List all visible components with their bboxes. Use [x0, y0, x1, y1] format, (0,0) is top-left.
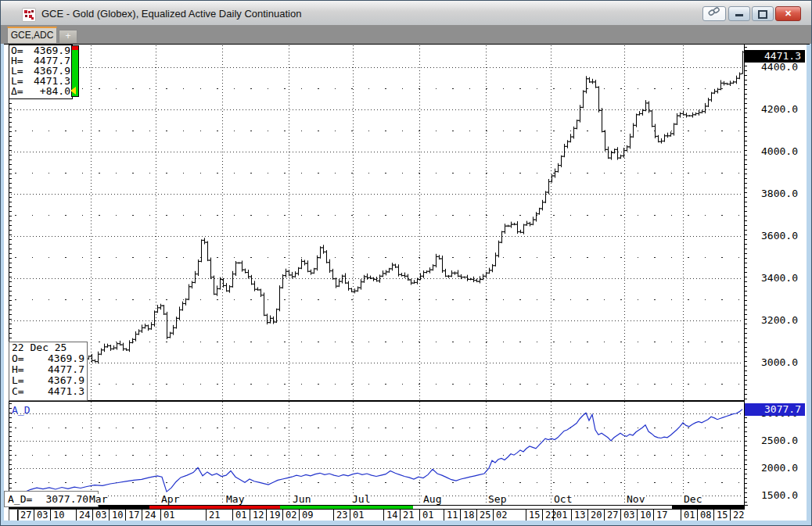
current-indicator-tag: 3077.7: [745, 403, 805, 416]
month-label: Apr: [160, 494, 180, 505]
week-date-label: 01: [232, 510, 246, 521]
indicator-tick-label: 2500.0: [745, 435, 798, 446]
week-date-label: 08: [697, 510, 711, 521]
week-date-label: 02: [493, 510, 507, 521]
month-label: Nov: [626, 494, 645, 505]
price-tick-label: 3600.0: [745, 231, 798, 242]
price-tick-label: 4200.0: [745, 104, 798, 115]
price-tick-label: 4000.0: [745, 146, 798, 157]
week-date-label: 21: [206, 510, 220, 521]
week-date-label: 21: [400, 510, 414, 521]
week-date-label: 03: [620, 510, 634, 521]
week-date-label: 12: [250, 510, 264, 521]
chart-client-area: O=4369.9 H=4477.7 L=4367.9 L=4471.3 Δ=+8…: [4, 44, 807, 521]
week-date-label: 01: [553, 510, 567, 521]
price-tick-label: 3000.0: [745, 357, 798, 368]
week-date-label: 27: [604, 510, 618, 521]
indicator-name-label: A_D: [12, 404, 30, 416]
week-date-label: 01: [160, 510, 174, 521]
month-label: Jun: [292, 494, 311, 505]
price-tick-label: 3400.0: [745, 273, 798, 284]
week-date-label: 03: [92, 510, 106, 521]
price-tick-label: 3800.0: [745, 188, 798, 199]
month-label: Dec: [683, 494, 702, 505]
week-date-label: 03: [34, 510, 48, 521]
indicator-tick-label: 1500.0: [745, 490, 798, 501]
week-date-label: 01: [419, 510, 433, 521]
week-date-label: 27: [17, 510, 31, 521]
window-bottom-frame: [1, 521, 811, 526]
month-label: Oct: [553, 494, 573, 505]
month-label: May: [225, 494, 245, 505]
month-label: Jul: [351, 494, 371, 505]
week-date-label: 18: [460, 510, 474, 521]
week-date-label: 10: [109, 510, 123, 521]
crosshair-tooltip: 22 Dec 25 O=4369.9 H=4477.7 L=4367.9 C=4…: [9, 342, 88, 401]
week-date-label: 17: [653, 510, 667, 521]
chart-canvas[interactable]: [1, 1, 812, 526]
app-window: GCE - Gold (Globex), Equalized Active Da…: [0, 0, 812, 526]
week-date-label: 01: [350, 510, 364, 521]
month-label: Mar: [88, 494, 108, 505]
week-date-label: 01: [681, 510, 695, 521]
zoom-slider[interactable]: [71, 45, 79, 97]
week-date-label: 22: [730, 510, 744, 521]
week-date-label: 13: [571, 510, 585, 521]
week-date-label: 19: [266, 510, 280, 521]
week-date-label: 09: [299, 510, 313, 521]
week-date-label: 20: [587, 510, 602, 521]
week-date-label: 15: [713, 510, 728, 521]
week-date-label: 23: [333, 510, 347, 521]
price-tick-label: 4400.0: [745, 62, 798, 73]
week-date-label: 10: [50, 510, 64, 521]
indicator-value-box: A_D=3077.700: [4, 491, 99, 507]
week-date-label: 02: [282, 510, 296, 521]
week-date-label: 25: [476, 510, 490, 521]
week-date-label: 10: [637, 510, 651, 521]
ohlc-legend: O=4369.9 H=4477.7 L=4367.9 L=4471.3 Δ=+8…: [9, 45, 73, 99]
week-date-label: 15: [526, 510, 540, 521]
week-date-label: 11: [444, 510, 458, 521]
week-date-label: 24: [76, 510, 90, 521]
zoom-slider-top-cap: [72, 46, 78, 50]
week-date-label: 24: [142, 510, 156, 521]
month-label: Sep: [487, 494, 507, 505]
month-label: Aug: [422, 494, 442, 505]
price-tick-label: 3200.0: [745, 315, 798, 326]
zoom-slider-marker[interactable]: [70, 87, 76, 95]
indicator-tick-label: 2000.0: [745, 463, 798, 474]
week-date-label: 17: [125, 510, 139, 521]
week-date-label: 14: [383, 510, 397, 521]
